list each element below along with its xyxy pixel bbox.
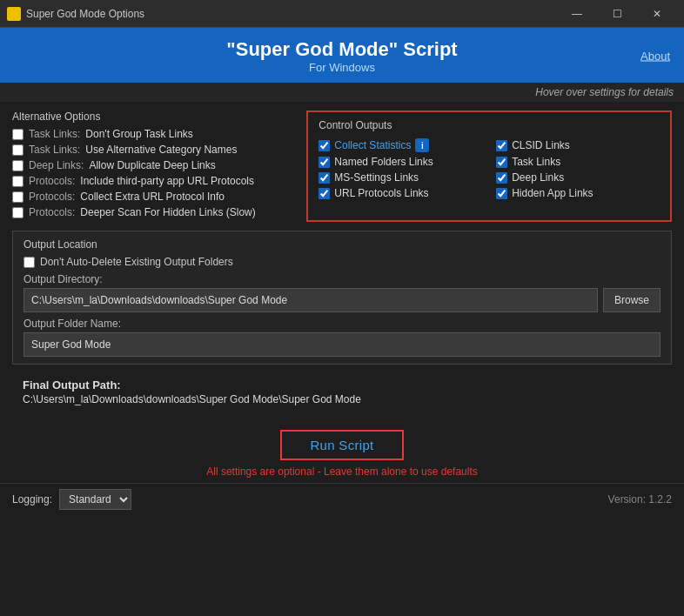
checkbox-key: Protocols:	[29, 206, 75, 218]
folder-name-input[interactable]	[23, 332, 661, 357]
clsid-links-label: CLSID Links	[512, 139, 570, 151]
close-button[interactable]: ✕	[637, 0, 677, 28]
list-item: Task Links	[496, 156, 660, 168]
collect-stats-checkbox[interactable]	[319, 140, 330, 151]
deep-links-duplicate-checkbox[interactable]	[12, 160, 23, 171]
checkbox-val: Collect Extra URL Protocol Info	[80, 191, 225, 203]
checkbox-val: Include third-party app URL Protocols	[80, 175, 254, 187]
list-item: Protocols: Include third-party app URL P…	[12, 175, 296, 187]
main-content: Alternative Options Task Links: Don't Gr…	[0, 102, 684, 421]
task-links-label: Task Links	[512, 156, 560, 168]
control-outputs-panel: Control Outputs Collect Statistics i CLS…	[306, 110, 672, 222]
logging-label: Logging:	[12, 493, 52, 506]
dont-auto-delete-label: Don't Auto-Delete Existing Output Folder…	[40, 256, 233, 268]
about-link[interactable]: About	[640, 49, 670, 62]
control-outputs-label: Control Outputs	[319, 119, 660, 131]
logging-row: Logging: Standard Verbose Minimal	[12, 489, 131, 510]
dont-auto-delete-checkbox[interactable]	[23, 257, 35, 268]
checkbox-key: Task Links:	[29, 144, 80, 156]
checkbox-key: Protocols:	[29, 175, 75, 187]
checkbox-val: Use Alternative Category Names	[85, 144, 237, 156]
task-links-dont-group-checkbox[interactable]	[12, 129, 23, 140]
app-subtitle: For Windows	[14, 61, 670, 74]
checkbox-val: Don't Group Task Links	[85, 128, 192, 140]
browse-button[interactable]: Browse	[603, 288, 661, 312]
list-item: Protocols: Collect Extra URL Protocol In…	[12, 191, 296, 203]
protocols-extra-info-checkbox[interactable]	[12, 191, 23, 203]
named-folders-label: Named Folders Links	[334, 156, 433, 168]
output-location-section: Output Location Don't Auto-Delete Existi…	[12, 231, 672, 365]
dont-auto-delete-row: Don't Auto-Delete Existing Output Folder…	[23, 256, 661, 268]
list-item: MS-Settings Links	[319, 171, 482, 184]
list-item: Hidden App Links	[496, 187, 660, 199]
final-path-section: Final Output Path: C:\Users\m_la\Downloa…	[12, 373, 672, 412]
directory-label: Output Directory:	[23, 273, 661, 285]
list-item: Deep Links: Allow Duplicate Deep Links	[12, 159, 296, 171]
checkbox-key: Protocols:	[29, 191, 75, 203]
output-location-label: Output Location	[23, 238, 661, 251]
clsid-links-checkbox[interactable]	[496, 140, 507, 151]
protocols-third-party-checkbox[interactable]	[12, 176, 23, 187]
optional-hint: All settings are optional - Leave them a…	[12, 465, 672, 478]
final-path-value: C:\Users\m_la\Downloads\downloads\Super …	[23, 393, 661, 405]
checkbox-key: Task Links:	[29, 128, 80, 140]
run-script-button[interactable]: Run Script	[280, 430, 403, 460]
checkbox-key: Deep Links:	[29, 159, 84, 171]
ms-settings-label: MS-Settings Links	[334, 171, 419, 184]
hover-hint: Hover over settings for details	[0, 83, 684, 102]
header-banner: "Super God Mode" Script For Windows Abou…	[0, 28, 684, 83]
directory-input[interactable]	[23, 288, 598, 312]
alt-options-panel: Alternative Options Task Links: Don't Gr…	[12, 110, 296, 222]
options-row: Alternative Options Task Links: Don't Gr…	[12, 110, 672, 222]
hidden-app-links-checkbox[interactable]	[496, 188, 507, 199]
final-path-title: Final Output Path:	[23, 378, 661, 392]
app-title: "Super God Mode" Script	[14, 38, 670, 61]
deep-links-checkbox[interactable]	[496, 172, 507, 184]
titlebar: Super God Mode Options — ☐ ✕	[0, 0, 684, 28]
folder-name-label: Output Folder Name:	[23, 318, 661, 330]
list-item: Task Links: Don't Group Task Links	[12, 128, 296, 140]
directory-input-row: Browse	[23, 288, 661, 312]
collect-stats-label: Collect Statistics	[334, 139, 411, 151]
task-links-checkbox[interactable]	[496, 157, 507, 168]
url-protocols-checkbox[interactable]	[319, 188, 330, 199]
list-item: Protocols: Deeper Scan For Hidden Links …	[12, 206, 296, 218]
titlebar-title: Super God Mode Options	[26, 8, 557, 20]
collect-stats-info-icon[interactable]: i	[415, 138, 429, 152]
window-controls: — ☐ ✕	[557, 0, 677, 28]
named-folders-checkbox[interactable]	[319, 157, 330, 168]
bottom-bar: Logging: Standard Verbose Minimal Versio…	[0, 483, 684, 515]
url-protocols-label: URL Protocols Links	[334, 187, 428, 199]
list-item: URL Protocols Links	[319, 187, 482, 199]
run-section: Run Script All settings are optional - L…	[0, 421, 684, 483]
alt-options-label: Alternative Options	[12, 110, 296, 123]
minimize-button[interactable]: —	[557, 0, 597, 28]
version-label: Version: 1.2.2	[608, 493, 672, 506]
logging-select[interactable]: Standard Verbose Minimal	[59, 489, 131, 510]
list-item: Named Folders Links	[319, 156, 482, 168]
deep-links-label: Deep Links	[512, 171, 564, 184]
list-item: CLSID Links	[496, 138, 660, 152]
list-item: Task Links: Use Alternative Category Nam…	[12, 144, 296, 156]
list-item: Deep Links	[496, 171, 660, 184]
checkbox-val: Allow Duplicate Deep Links	[89, 159, 215, 171]
hidden-app-links-label: Hidden App Links	[512, 187, 593, 199]
protocols-deeper-scan-checkbox[interactable]	[12, 207, 23, 218]
task-links-alt-names-checkbox[interactable]	[12, 144, 23, 156]
maximize-button[interactable]: ☐	[597, 0, 637, 28]
ms-settings-checkbox[interactable]	[319, 172, 330, 184]
list-item: Collect Statistics i	[319, 138, 482, 152]
app-icon	[7, 7, 21, 21]
checkbox-val: Deeper Scan For Hidden Links (Slow)	[80, 206, 255, 218]
control-outputs-grid: Collect Statistics i CLSID Links Named F…	[319, 138, 660, 199]
